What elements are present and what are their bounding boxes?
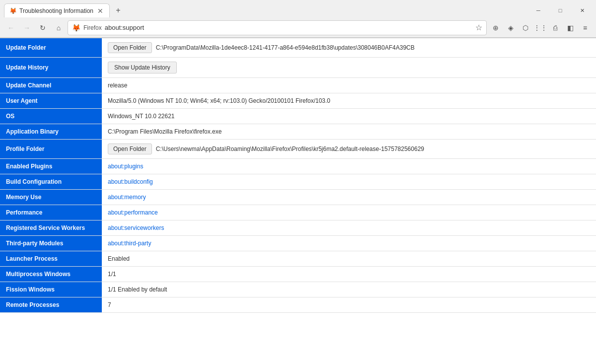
row-value: 1/1 Enabled by default (102, 282, 596, 297)
screenshot-button[interactable]: ◧ (563, 21, 577, 35)
tab-close-button[interactable]: ✕ (96, 7, 104, 14)
firefox-brand-label: Firefox (83, 24, 102, 31)
home-button[interactable]: ⌂ (52, 21, 66, 35)
open-folder-button[interactable]: Open Folder (108, 42, 152, 53)
new-tab-button[interactable]: + (112, 4, 125, 17)
row-value: Show Update History (102, 58, 596, 78)
row-value: about:plugins (102, 159, 596, 174)
tab-title: Troubleshooting Information (19, 7, 93, 14)
row-value: about:buildconfig (102, 174, 596, 190)
table-row: Application BinaryC:\Program Files\Mozil… (0, 124, 596, 140)
folder-path: C:\Users\newma\AppData\Roaming\Mozilla\F… (156, 146, 424, 152)
about-link[interactable]: about:serviceworkers (108, 224, 164, 231)
row-label: Launcher Process (0, 251, 102, 267)
row-value: Open FolderC:\ProgramData\Mozilla-1de4ee… (102, 38, 596, 58)
firefox-brand-icon: 🦊 (72, 24, 80, 32)
row-label: Memory Use (0, 190, 102, 205)
row-value: about:memory (102, 190, 596, 205)
row-value: about:third-party (102, 236, 596, 251)
table-row: Update FolderOpen FolderC:\ProgramData\M… (0, 38, 596, 58)
open-folder-button[interactable]: Open Folder (108, 144, 152, 154)
browser-tab[interactable]: 🦊 Troubleshooting Information ✕ (4, 3, 110, 17)
table-row: Fission Windows1/1 Enabled by default (0, 282, 596, 297)
row-label: User Agent (0, 93, 102, 109)
row-label: Update History (0, 58, 102, 78)
forward-button[interactable]: → (20, 21, 34, 35)
table-row: Build Configurationabout:buildconfig (0, 174, 596, 190)
url-input[interactable] (105, 24, 472, 31)
folder-path: C:\ProgramData\Mozilla-1de4eec8-1241-417… (156, 44, 415, 51)
page-content: Update FolderOpen FolderC:\ProgramData\M… (0, 38, 596, 364)
table-row: Performanceabout:performance (0, 205, 596, 220)
back-button[interactable]: ← (4, 21, 18, 35)
row-value: about:serviceworkers (102, 220, 596, 236)
row-label: Third-party Modules (0, 236, 102, 251)
row-value: Enabled (102, 251, 596, 267)
save-bookmark-button[interactable]: ⊕ (489, 21, 503, 35)
about-link[interactable]: about:plugins (108, 163, 143, 170)
table-row: Memory Useabout:memory (0, 190, 596, 205)
about-link[interactable]: about:performance (108, 209, 158, 216)
address-bar[interactable]: 🦊 Firefox ☆ (68, 20, 487, 35)
row-value: release (102, 78, 596, 93)
info-table: Update FolderOpen FolderC:\ProgramData\M… (0, 38, 596, 313)
table-row: OSWindows_NT 10.0 22621 (0, 109, 596, 124)
menu-button[interactable]: ≡ (578, 21, 592, 35)
table-row: Remote Processes7 (0, 297, 596, 313)
about-link[interactable]: about:third-party (108, 240, 151, 247)
row-label: Remote Processes (0, 297, 102, 313)
window-controls: ─ □ ✕ (528, 3, 592, 17)
table-row: Update HistoryShow Update History (0, 58, 596, 78)
bookmark-star-icon[interactable]: ☆ (475, 23, 482, 32)
row-label: Update Folder (0, 38, 102, 58)
close-button[interactable]: ✕ (572, 3, 592, 17)
row-label: Fission Windows (0, 282, 102, 297)
row-label: OS (0, 109, 102, 124)
row-label: Build Configuration (0, 174, 102, 190)
row-value: about:performance (102, 205, 596, 220)
reload-button[interactable]: ↻ (36, 21, 50, 35)
pocket-button[interactable]: ◈ (504, 21, 518, 35)
row-label: Performance (0, 205, 102, 220)
table-row: Update Channelrelease (0, 78, 596, 93)
table-row: Registered Service Workersabout:servicew… (0, 220, 596, 236)
print-button[interactable]: ⎙ (548, 21, 562, 35)
table-row: Third-party Modulesabout:third-party (0, 236, 596, 251)
table-row: Profile FolderOpen FolderC:\Users\newma\… (0, 140, 596, 159)
tab-favicon: 🦊 (9, 7, 16, 14)
row-value: 7 (102, 297, 596, 313)
row-value: Mozilla/5.0 (Windows NT 10.0; Win64; x64… (102, 93, 596, 109)
row-value: Open FolderC:\Users\newma\AppData\Roamin… (102, 140, 596, 159)
about-link[interactable]: about:buildconfig (108, 178, 153, 185)
row-value: 1/1 (102, 267, 596, 282)
row-value: C:\Program Files\Mozilla Firefox\firefox… (102, 124, 596, 140)
row-value: Windows_NT 10.0 22621 (102, 109, 596, 124)
table-row: Launcher ProcessEnabled (0, 251, 596, 267)
row-label: Enabled Plugins (0, 159, 102, 174)
row-label: Multiprocess Windows (0, 267, 102, 282)
row-label: Registered Service Workers (0, 220, 102, 236)
minimize-button[interactable]: ─ (528, 3, 548, 17)
row-label: Application Binary (0, 124, 102, 140)
show-update-history-button[interactable]: Show Update History (108, 62, 177, 73)
row-label: Update Channel (0, 78, 102, 93)
table-row: Enabled Pluginsabout:plugins (0, 159, 596, 174)
container-button[interactable]: ⬡ (519, 21, 532, 35)
maximize-button[interactable]: □ (550, 3, 570, 17)
table-row: Multiprocess Windows1/1 (0, 267, 596, 282)
about-link[interactable]: about:memory (108, 194, 146, 201)
row-label: Profile Folder (0, 140, 102, 159)
extensions-button[interactable]: ⋮⋮ (533, 21, 547, 35)
table-row: User AgentMozilla/5.0 (Windows NT 10.0; … (0, 93, 596, 109)
